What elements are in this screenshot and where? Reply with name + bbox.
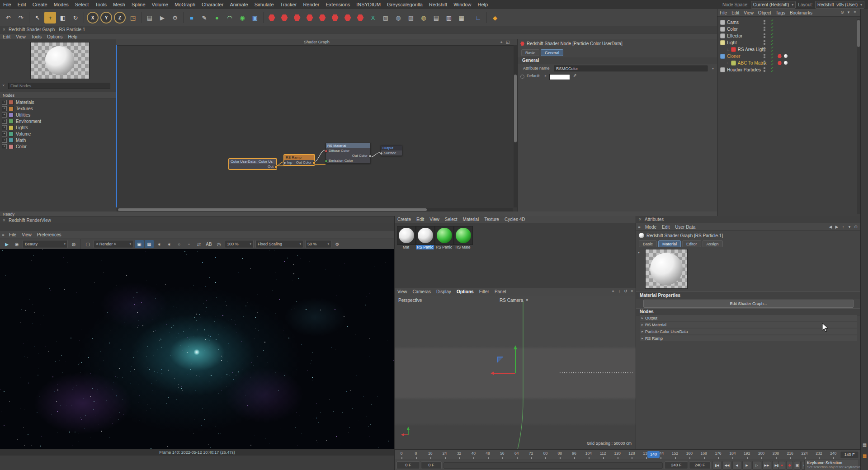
half-res-select[interactable]: 50 %▾ xyxy=(305,240,331,248)
current-frame-marker[interactable]: 140 xyxy=(647,451,660,458)
node-space-select[interactable]: Current (Redshift)▾ xyxy=(751,1,796,9)
rendered-image[interactable] xyxy=(0,249,394,449)
edit-shader-graph-button[interactable]: Edit Shader Graph... xyxy=(643,300,854,308)
rotate-tool-icon[interactable]: ↻ xyxy=(70,12,81,24)
viewport-menu-5[interactable]: Panel xyxy=(492,289,509,294)
snapshot-a-icon[interactable]: ∗ xyxy=(155,240,164,248)
find-nodes-input[interactable] xyxy=(8,83,110,89)
autokey-button[interactable]: ◆ xyxy=(786,461,793,470)
chevron-down-icon[interactable]: ▾ xyxy=(712,66,714,70)
input-port-icon[interactable] xyxy=(325,150,328,153)
lock-icon[interactable]: ⊙ xyxy=(853,224,859,230)
object-row[interactable]: Houdini Particles✓✓ xyxy=(717,66,856,73)
z-axis-lock-icon[interactable]: Z xyxy=(114,12,126,24)
object-manager-menu-5[interactable]: Bookmarks xyxy=(788,10,815,15)
graph-node-rs-ramp[interactable]: RS Ramp Inp Out Color xyxy=(284,155,315,165)
graph-node-output[interactable]: Output Surface xyxy=(381,145,402,156)
material-item-3[interactable]: RS Mate xyxy=(454,226,472,249)
stack-icon[interactable]: ▦ xyxy=(456,12,467,24)
simulate-icon[interactable]: ◉ xyxy=(236,12,248,24)
menubar-item-14[interactable]: Render xyxy=(300,0,322,9)
clear-search-icon[interactable]: × xyxy=(2,83,5,88)
close-icon[interactable]: × xyxy=(629,288,635,294)
expand-triangle-icon[interactable]: ▸ xyxy=(642,316,643,320)
menubar-item-2[interactable]: Create xyxy=(29,0,51,9)
next-frame-button[interactable]: ▷ xyxy=(752,461,761,470)
snapshot-icon[interactable]: ◉ xyxy=(12,240,21,248)
shader-menu-3[interactable]: Options xyxy=(44,34,65,39)
node-properties-tab-1[interactable]: General xyxy=(541,49,563,56)
lock-icon[interactable]: ▣ xyxy=(135,240,144,248)
expand-icon[interactable]: + xyxy=(2,106,7,111)
expand-icon[interactable]: + xyxy=(2,132,7,136)
material-preview[interactable] xyxy=(645,249,688,289)
visibility-dots[interactable] xyxy=(764,20,765,24)
region-icon[interactable]: ○ xyxy=(175,240,184,248)
menubar-item-19[interactable]: Window xyxy=(450,0,474,9)
enable-checks[interactable]: ✓✓ xyxy=(771,39,774,46)
renderview-menu-2[interactable]: Preferences xyxy=(34,232,64,237)
shader-node-row-2[interactable]: ▸Particle Color UserData xyxy=(640,329,857,334)
volume-mesher-icon[interactable]: ▨ xyxy=(405,12,417,24)
settings-gear-icon[interactable]: ⚙ xyxy=(333,240,342,248)
view-label[interactable]: Perspective xyxy=(398,298,422,303)
sync-icon[interactable]: ↺ xyxy=(623,288,629,294)
back-arrow-icon[interactable]: ◀ xyxy=(827,224,834,230)
enable-checks[interactable]: ✓✓ xyxy=(771,53,774,59)
keyframe-radio-icon[interactable] xyxy=(520,75,524,79)
field-icon[interactable]: ◠ xyxy=(224,12,236,24)
close-icon[interactable]: × xyxy=(638,217,642,222)
node-category-7[interactable]: +Color xyxy=(0,144,116,150)
viewport-menu-2[interactable]: Display xyxy=(434,289,454,294)
redshift-node-icon-2[interactable] xyxy=(278,12,290,24)
material-menu-3[interactable]: Select xyxy=(442,217,460,222)
attributes-menu-2[interactable]: User Data xyxy=(672,225,698,230)
expand-icon[interactable]: + xyxy=(2,138,7,143)
node-ports[interactable]: Inp Out Color xyxy=(284,160,314,165)
zoom-select[interactable]: 100 %▾ xyxy=(225,240,254,248)
y-axis-lock-icon[interactable]: Y xyxy=(100,12,112,24)
filter-icon[interactable]: ▾ xyxy=(846,224,853,230)
node-category-5[interactable]: +Volume xyxy=(0,131,116,137)
mograph-cloner-icon[interactable]: ● xyxy=(211,12,223,24)
panel-layout-icon[interactable]: ▦ xyxy=(862,453,868,459)
prev-key-button[interactable]: ◀◀ xyxy=(722,461,731,470)
compare-icon[interactable]: ⇄ xyxy=(194,240,203,248)
scale-tool-icon[interactable]: ◧ xyxy=(57,12,69,24)
node-category-3[interactable]: +Environment xyxy=(0,118,116,124)
output-port-icon[interactable] xyxy=(274,165,278,169)
object-row[interactable]: Light✓✓ xyxy=(717,39,856,46)
attributes-tab-0[interactable]: Basic xyxy=(639,240,657,247)
menubar-item-7[interactable]: Spline xyxy=(128,0,149,9)
redshift-node-icon-7[interactable] xyxy=(342,12,354,24)
menubar-item-12[interactable]: Simulate xyxy=(251,0,277,9)
node-port-out[interactable]: Out xyxy=(229,164,276,169)
enable-checks[interactable]: ✓✓ xyxy=(771,46,774,52)
enable-checks[interactable]: ✓✓ xyxy=(771,60,774,66)
node-port-surface[interactable]: Surface xyxy=(381,150,402,155)
visibility-dots[interactable] xyxy=(764,27,765,31)
snapshot-b-icon[interactable]: ∗ xyxy=(165,240,174,248)
pen-spline-icon[interactable]: ✎ xyxy=(198,12,210,24)
menubar-item-3[interactable]: Modes xyxy=(51,0,72,9)
expand-icon[interactable]: + xyxy=(2,119,7,124)
shader-graph-canvas[interactable]: Color UserData : Color Us Out RS Ramp In… xyxy=(116,39,517,212)
redshift-tag-icon[interactable] xyxy=(778,61,782,65)
expand-triangle-icon[interactable]: ▸ xyxy=(642,329,643,334)
timeline-ruler[interactable]: 140 140 F 081624324048566472808896104112… xyxy=(395,450,861,460)
dock-icon[interactable]: ◱ xyxy=(505,39,511,45)
aov-icon[interactable]: ◍ xyxy=(69,240,78,248)
redshift-node-icon-5[interactable] xyxy=(316,12,328,24)
menubar-item-17[interactable]: Greyscalegorilla xyxy=(384,0,426,9)
ab-compare-icon[interactable]: AB xyxy=(204,240,213,248)
start-frame-field[interactable]: 0 F xyxy=(396,461,420,469)
shader-node-row-1[interactable]: ▸RS Material xyxy=(640,322,857,328)
object-manager-scrollbar[interactable] xyxy=(857,19,860,214)
record-keyframe-button[interactable]: ● xyxy=(778,461,785,470)
layout-select[interactable]: Redshift_v05 (User)▾ xyxy=(815,1,864,9)
visibility-dots[interactable] xyxy=(764,47,765,52)
close-icon[interactable]: × xyxy=(2,27,6,32)
node-properties-tab-0[interactable]: Basic xyxy=(521,49,539,56)
cache-icon[interactable]: ▧ xyxy=(380,12,392,24)
material-menu-1[interactable]: Edit xyxy=(414,217,427,222)
